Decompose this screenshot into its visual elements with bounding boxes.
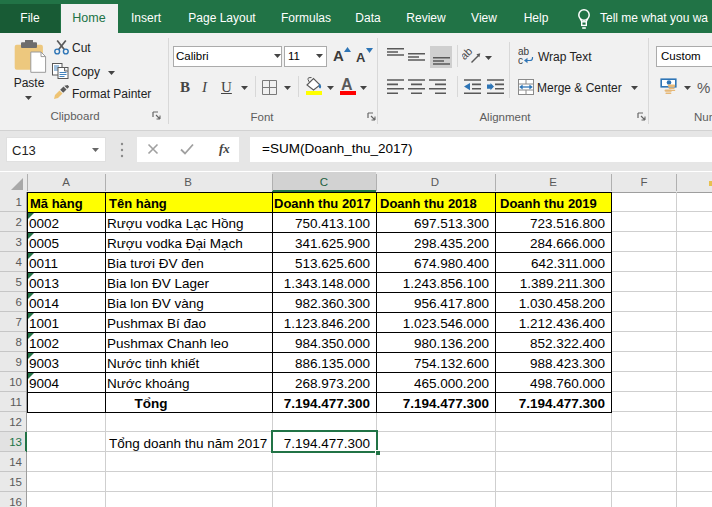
svg-text:ab: ab bbox=[462, 45, 475, 62]
svg-text:c: c bbox=[518, 55, 523, 65]
